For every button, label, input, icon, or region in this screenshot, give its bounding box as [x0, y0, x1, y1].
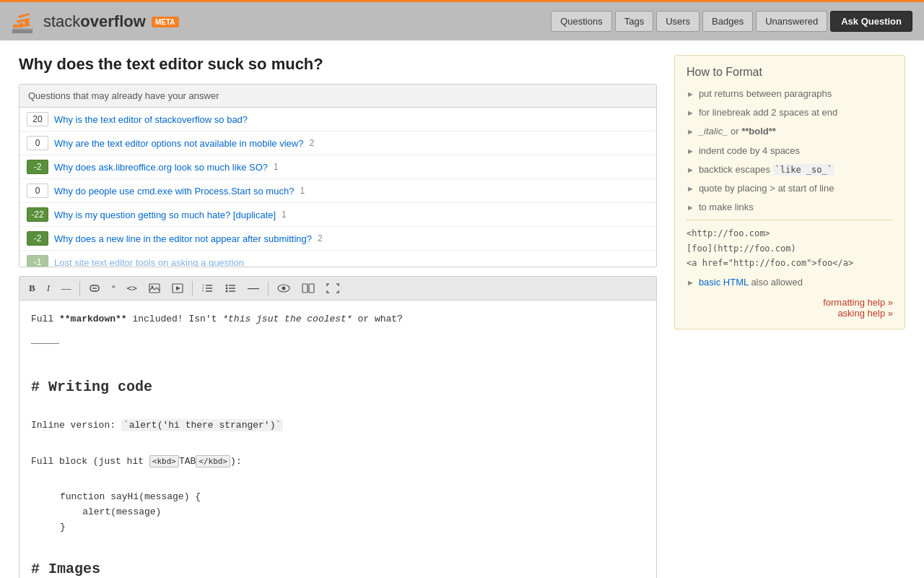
svg-rect-31	[302, 284, 308, 293]
main-layout: Why does the text editor suck so much? Q…	[7, 40, 917, 578]
italic-button[interactable]: I	[42, 280, 55, 297]
bold-button[interactable]: B	[24, 280, 40, 297]
question-link[interactable]: Why is my question getting so much hate?…	[54, 210, 276, 220]
score-badge: -2	[27, 160, 48, 174]
question-link[interactable]: Why does a new line in the editor not ap…	[54, 233, 312, 244]
question-link[interactable]: Why does ask.libreoffice.org look so muc…	[54, 162, 268, 173]
svg-rect-8	[30, 30, 32, 33]
score-badge: 0	[27, 136, 48, 150]
svg-rect-32	[309, 284, 314, 293]
arrow-icon: ►	[687, 126, 694, 137]
eye-icon	[277, 283, 290, 293]
answer-count: 2	[309, 138, 314, 148]
arrow-icon: ►	[687, 277, 694, 288]
arrow-icon: ►	[687, 184, 694, 194]
htf-item-backtick: ► backtick escapes `like _so_`	[687, 163, 893, 176]
code-inline-button[interactable]: ——	[56, 281, 76, 296]
media-icon	[172, 283, 183, 293]
similar-questions-header: Questions that may already have your ans…	[19, 85, 656, 108]
question-link[interactable]: Why is the text editor of stackoverflow …	[54, 114, 248, 125]
htf-item-italic-bold: ► _italic_ or **bold**	[687, 125, 893, 138]
table-row: -2 Why does ask.libreoffice.org look so …	[19, 155, 656, 179]
blockquote-button[interactable]: “	[107, 280, 120, 297]
editor-toolbar: B I —— “ <>	[19, 276, 657, 300]
side-by-side-button[interactable]	[297, 280, 320, 296]
htf-text: _italic_ or **bold**	[699, 125, 776, 138]
fullscreen-icon	[326, 283, 339, 293]
score-badge: -2	[27, 231, 48, 246]
question-link[interactable]: Why are the text editor options not avai…	[54, 138, 303, 149]
score-badge: 20	[27, 112, 48, 126]
toolbar-separator-2	[192, 281, 193, 296]
answer-count: 1	[300, 186, 305, 196]
svg-rect-7	[12, 30, 14, 33]
image-icon	[149, 283, 160, 293]
link-button[interactable]	[84, 280, 105, 296]
formatting-help-link[interactable]: formatting help »	[823, 297, 893, 308]
side-by-side-icon	[302, 283, 315, 293]
meta-badge: META	[152, 17, 179, 27]
asking-help-link[interactable]: asking help »	[837, 308, 893, 319]
question-link[interactable]: Why do people use cmd.exe with Process.S…	[54, 186, 294, 197]
how-to-format-box: How to Format ► put returns between para…	[674, 55, 905, 329]
htf-item-indent: ► indent code by 4 spaces	[687, 144, 893, 158]
svg-rect-11	[18, 12, 30, 17]
logo[interactable]: stackoverflow META	[12, 9, 179, 35]
svg-text:3: 3	[202, 289, 204, 293]
ask-question-button[interactable]: Ask Question	[830, 11, 912, 32]
code-block-button[interactable]: <>	[122, 280, 142, 296]
table-row: 0 Why do people use cmd.exe with Process…	[19, 179, 656, 203]
answer-count: 2	[318, 233, 323, 243]
how-to-format-title: How to Format	[687, 66, 893, 79]
link-icon	[89, 283, 100, 293]
svg-rect-6	[12, 30, 32, 33]
unordered-list-button[interactable]	[219, 280, 241, 296]
score-badge: 0	[27, 184, 48, 198]
arrow-icon: ►	[687, 202, 694, 213]
svg-point-27	[226, 288, 228, 290]
arrow-icon: ►	[687, 108, 694, 118]
svg-marker-16	[176, 286, 180, 290]
htf-item-links: ► to make links	[687, 201, 893, 214]
page-title: Why does the text editor suck so much?	[19, 55, 657, 74]
fullscreen-button[interactable]	[321, 280, 344, 296]
logo-text: stackoverflow META	[43, 12, 179, 31]
htf-text: quote by placing > at start of line	[699, 182, 834, 195]
table-row: 20 Why is the text editor of stackoverfl…	[19, 108, 656, 131]
ordered-list-button[interactable]: 1 2 3	[196, 280, 218, 296]
similar-questions-box: Questions that may already have your ans…	[19, 84, 657, 267]
nav-unanswered[interactable]: Unanswered	[756, 11, 827, 32]
site-header: stackoverflow META Questions Tags Users …	[0, 0, 924, 40]
htf-text: put returns between paragraphs	[699, 87, 832, 100]
htf-item-linebreak: ► for linebreak add 2 spaces at end	[687, 106, 893, 119]
hr-button[interactable]: —	[243, 280, 264, 297]
htf-item-paragraphs: ► put returns between paragraphs	[687, 87, 893, 100]
score-badge: -1	[27, 255, 48, 267]
answer-count: 1	[274, 162, 279, 172]
htf-item-html: ► basic HTML also allowed	[687, 276, 893, 289]
basic-html-link[interactable]: basic HTML	[699, 277, 749, 288]
question-link[interactable]: Lost site text editor tools on asking a …	[54, 257, 244, 267]
ordered-list-icon: 1 2 3	[201, 283, 213, 293]
editor-content: Full **markdown** included! Isn't *this …	[31, 312, 645, 578]
svg-point-28	[226, 290, 228, 293]
htf-text: for linebreak add 2 spaces at end	[699, 106, 837, 119]
media-button[interactable]	[167, 280, 188, 296]
htf-footer: formatting help » asking help »	[687, 297, 893, 319]
nav-badges[interactable]: Badges	[702, 11, 753, 32]
nav-users[interactable]: Users	[656, 11, 699, 32]
editor-area[interactable]: Full **markdown** included! Isn't *this …	[19, 300, 657, 578]
htf-text: basic HTML also allowed	[699, 276, 803, 289]
unordered-list-icon	[225, 283, 236, 293]
svg-point-26	[226, 285, 228, 287]
table-row: 0 Why are the text editor options not av…	[19, 131, 656, 155]
similar-questions-list[interactable]: 20 Why is the text editor of stackoverfl…	[19, 108, 656, 267]
htf-links-examples: <http://foo.com> [foo](http://foo.com) <…	[687, 220, 893, 270]
nav-questions[interactable]: Questions	[551, 11, 612, 32]
image-button[interactable]	[144, 280, 165, 296]
htf-text: backtick escapes `like _so_`	[699, 163, 834, 176]
score-badge: -22	[27, 207, 48, 222]
preview-button[interactable]	[272, 280, 295, 296]
content-area: Why does the text editor suck so much? Q…	[19, 55, 657, 578]
nav-tags[interactable]: Tags	[615, 11, 653, 32]
